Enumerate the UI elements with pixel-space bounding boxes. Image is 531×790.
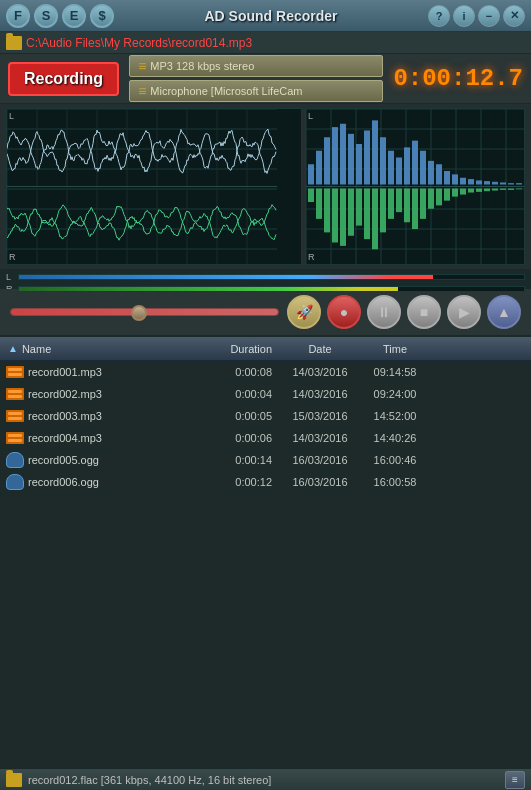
mic-badge: Microphone [Microsoft LifeCam [129,80,383,102]
file-list-header: ▲ Name Duration Date Time [0,337,531,361]
file-date: 14/03/2016 [280,388,360,400]
file-path-filename: record014.mp3 [171,36,252,50]
file-date: 16/03/2016 [280,454,360,466]
waveform-right-canvas [306,109,524,264]
file-list-area: ▲ Name Duration Date Time record001.mp3 … [0,337,531,790]
btn-dollar[interactable]: $ [90,4,114,28]
file-time: 16:00:58 [360,476,430,488]
level-bar-right-container [18,286,525,292]
volume-slider-thumb[interactable] [131,305,147,321]
level-meters: L R [0,269,531,289]
up-button[interactable]: ▲ [487,295,521,329]
level-label-l: L [6,272,14,282]
file-time: 16:00:46 [360,454,430,466]
file-type-icon [6,410,24,422]
file-duration: 0:00:06 [200,432,280,444]
file-date: 15/03/2016 [280,410,360,422]
file-time: 09:24:00 [360,388,430,400]
window-controls: ? i − ✕ [428,5,525,27]
table-row[interactable]: record005.ogg 0:00:14 16/03/2016 16:00:4… [0,449,531,471]
file-duration: 0:00:04 [200,388,280,400]
col-header-date[interactable]: Date [280,343,360,355]
file-time: 14:40:26 [360,432,430,444]
table-row[interactable]: record002.mp3 0:00:04 14/03/2016 09:24:0… [0,383,531,405]
level-bar-left [19,275,433,279]
app-title: AD Sound Recorder [118,8,424,24]
stop-button[interactable]: ■ [407,295,441,329]
file-name-cell: record004.mp3 [0,432,200,444]
btn-e[interactable]: E [62,4,86,28]
sort-arrow-icon: ▲ [8,343,18,354]
file-duration: 0:00:08 [200,366,280,378]
right-channel-bottom: R [308,252,315,262]
file-name: record005.ogg [28,454,99,466]
close-button[interactable]: ✕ [503,5,525,27]
file-name: record001.mp3 [28,366,102,378]
level-bar-left-container [18,274,525,280]
file-name-cell: record001.mp3 [0,366,200,378]
table-row[interactable]: record006.ogg 0:00:12 16/03/2016 16:00:5… [0,471,531,493]
right-channel-top: L [308,111,313,121]
left-channel-bottom: R [9,252,16,262]
table-row[interactable]: record003.mp3 0:00:05 15/03/2016 14:52:0… [0,405,531,427]
timer-display: 0:00:12.7 [393,65,523,92]
file-path-bar: C:\Audio Files\My Records\record014.mp3 [0,32,531,54]
file-type-icon [6,366,24,378]
file-name: record003.mp3 [28,410,102,422]
file-path-text: C:\Audio Files\My Records\record014.mp3 [26,36,252,50]
file-time: 14:52:00 [360,410,430,422]
empty-area [0,493,531,653]
play-button[interactable]: ▶ [447,295,481,329]
status-folder-icon [6,773,22,787]
file-name: record004.mp3 [28,432,102,444]
format-info: MP3 128 kbps stereo Microphone [Microsof… [129,55,383,102]
file-name-cell: record005.ogg [0,452,200,468]
recording-area: Recording MP3 128 kbps stereo Microphone… [0,54,531,104]
volume-slider-track[interactable] [10,308,279,316]
minimize-button[interactable]: − [478,5,500,27]
file-type-icon [6,388,24,400]
format-badge: MP3 128 kbps stereo [129,55,383,77]
btn-f[interactable]: F [6,4,30,28]
file-name-cell: record002.mp3 [0,388,200,400]
file-type-icon [6,432,24,444]
status-text: record012.flac [361 kbps, 44100 Hz, 16 b… [28,774,499,786]
level-bar-right [19,287,398,291]
file-duration: 0:00:14 [200,454,280,466]
col-header-time[interactable]: Time [360,343,430,355]
col-header-duration[interactable]: Duration [200,343,280,355]
control-buttons: 🚀 ● ⏸ ■ ▶ ▲ [287,295,521,329]
file-type-icon [6,452,24,468]
rocket-button[interactable]: 🚀 [287,295,321,329]
file-name: record006.ogg [28,476,99,488]
file-type-icon [6,474,24,490]
file-rows-container: record001.mp3 0:00:08 14/03/2016 09:14:5… [0,361,531,493]
controls-area: 🚀 ● ⏸ ■ ▶ ▲ [0,289,531,337]
file-duration: 0:00:12 [200,476,280,488]
file-name: record002.mp3 [28,388,102,400]
help-button[interactable]: ? [428,5,450,27]
file-name-cell: record003.mp3 [0,410,200,422]
status-bar: record012.flac [361 kbps, 44100 Hz, 16 b… [0,768,531,790]
file-name-cell: record006.ogg [0,474,200,490]
btn-s[interactable]: S [34,4,58,28]
col-header-name[interactable]: ▲ Name [0,343,200,355]
recording-badge: Recording [8,62,119,96]
table-row[interactable]: record004.mp3 0:00:06 14/03/2016 14:40:2… [0,427,531,449]
level-row-left: L [6,272,525,282]
waveform-container: L R L R [0,104,531,269]
col-name-label: Name [22,343,51,355]
table-row[interactable]: record001.mp3 0:00:08 14/03/2016 09:14:5… [0,361,531,383]
status-menu-button[interactable]: ≡ [505,771,525,789]
left-channel-top: L [9,111,14,121]
info-button[interactable]: i [453,5,475,27]
title-bar: F S E $ AD Sound Recorder ? i − ✕ [0,0,531,32]
record-button[interactable]: ● [327,295,361,329]
volume-slider-container [10,308,279,316]
waveform-left-canvas [7,109,277,264]
folder-icon [6,36,22,50]
pause-button[interactable]: ⏸ [367,295,401,329]
file-date: 14/03/2016 [280,432,360,444]
app-window: F S E $ AD Sound Recorder ? i − ✕ C:\Aud… [0,0,531,790]
waveform-left: L R [6,108,302,265]
